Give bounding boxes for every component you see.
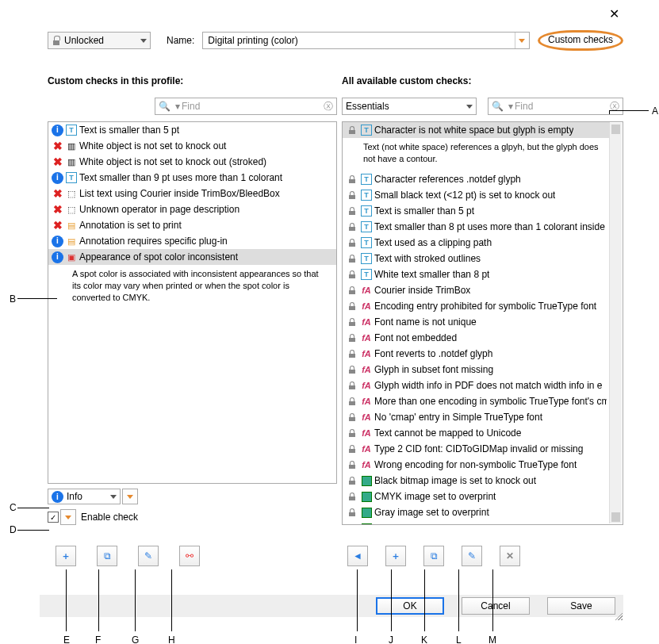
severity-options-button[interactable] <box>122 489 138 504</box>
profile-name-input[interactable]: Digital printing (color) <box>203 33 513 48</box>
severity-label: Info <box>67 491 82 502</box>
lock-icon <box>349 397 355 405</box>
list-item[interactable]: fAText cannot be mapped to Unicode <box>343 425 610 441</box>
list-item[interactable]: fAFont name is not unique <box>343 314 610 330</box>
profile-checks-list[interactable]: iTText is smaller than 5 pt✖▥White objec… <box>48 121 337 484</box>
list-item[interactable]: Resolution of bitmap images is between 0… <box>343 520 610 524</box>
duplicate-icon: ⧉ <box>104 550 111 562</box>
list-item-label: Font reverts to .notdef glyph <box>374 347 492 360</box>
list-item-label: White object is not set to knock out <box>79 140 226 152</box>
include-check-button[interactable]: ◄ <box>347 546 368 566</box>
list-item[interactable]: fAFont not embedded <box>343 330 610 346</box>
resize-grip-icon[interactable] <box>613 611 623 620</box>
list-item[interactable]: ✖⬚Unknown operator in page description <box>48 201 336 217</box>
list-item[interactable]: TText smaller than 8 pt uses more than 1… <box>343 219 610 235</box>
text-type-icon: T <box>360 269 373 281</box>
list-item[interactable]: i▤Annotation requires specific plug-in <box>48 233 336 249</box>
list-item[interactable]: ✖▤Annotation is set to print <box>48 217 336 233</box>
profile-name-dropdown[interactable] <box>515 33 529 48</box>
duplicate-available-button[interactable]: ⧉ <box>423 546 444 566</box>
callout-line <box>609 110 610 114</box>
text-type-icon: T <box>360 205 373 217</box>
severity-dropdown[interactable]: i Info <box>48 489 121 504</box>
cancel-button[interactable]: Cancel <box>462 597 530 615</box>
search-icon: 🔍 <box>492 101 504 112</box>
list-item[interactable]: TCharacter references .notdef glyph <box>343 171 610 187</box>
list-item[interactable]: fAFont reverts to .notdef glyph <box>343 346 610 362</box>
list-item[interactable]: TCharacter is not white space but glyph … <box>343 122 610 138</box>
list-item[interactable]: fANo 'cmap' entry in Simple TrueType fon… <box>343 409 610 425</box>
lock-icon <box>349 175 355 183</box>
text-type-icon: T <box>360 221 373 233</box>
enable-check-options-button[interactable] <box>60 509 76 525</box>
lock-icon <box>349 255 355 263</box>
list-item[interactable]: iTText smaller than 9 pt uses more than … <box>48 170 336 186</box>
left-panel-title: Custom checks in this profile: <box>48 75 337 86</box>
edit-check-button[interactable]: ✎ <box>138 546 159 566</box>
left-search-input[interactable]: 🔍 ▾ Find ⓧ <box>155 98 337 115</box>
list-item[interactable]: Gray image set to overprint <box>343 504 610 520</box>
list-item[interactable]: fAEncoding entry prohibited for symbolic… <box>343 298 610 314</box>
error-icon: ✖ <box>52 204 63 216</box>
list-item[interactable]: ✖▥White object is not set to knock out <box>48 138 336 154</box>
callout-line <box>391 569 392 631</box>
clear-icon[interactable]: ⓧ <box>324 100 333 113</box>
list-item[interactable]: ✖⬚List text using Courier inside TrimBox… <box>48 186 336 201</box>
list-item[interactable]: CMYK image set to overprint <box>343 489 610 504</box>
right-search-input[interactable]: 🔍 ▾ Find ⓧ <box>488 98 623 115</box>
list-item-label: Appearance of spot color inconsistent <box>79 251 238 263</box>
enable-check-checkbox[interactable]: ✓ <box>48 512 59 523</box>
custom-checks-section-button[interactable]: Custom checks <box>538 30 623 51</box>
box-type-icon: ⬚ <box>65 204 78 216</box>
list-item[interactable]: fACourier inside TrimBox <box>343 282 610 298</box>
callout-line <box>17 508 49 508</box>
text-type-icon: T <box>360 237 373 249</box>
edit-available-button[interactable]: ✎ <box>462 546 482 566</box>
list-item[interactable]: fAWrong encoding for non-symbolic TrueTy… <box>343 457 610 473</box>
list-item-label: Text used as a clipping path <box>374 236 492 249</box>
category-label: Essentials <box>346 101 389 112</box>
list-item-label: CMYK image set to overprint <box>374 490 496 503</box>
list-item-label: Courier inside TrimBox <box>374 284 470 297</box>
list-item-label: Text is smaller than 5 pt <box>79 124 179 136</box>
scroll-down-icon[interactable] <box>611 512 620 522</box>
list-item-label: Resolution of bitmap images is between 0… <box>374 522 603 524</box>
list-item[interactable]: iTText is smaller than 5 pt <box>48 122 336 138</box>
info-icon: i <box>52 172 63 184</box>
available-checks-list[interactable]: TCharacter is not white space but glyph … <box>342 121 623 525</box>
callout-e: E <box>63 634 70 644</box>
lock-icon <box>349 461 355 469</box>
list-item[interactable]: ✖▥White object is not set to knock out (… <box>48 154 336 170</box>
list-item[interactable]: TText with stroked outlines <box>343 251 610 266</box>
category-dropdown[interactable]: Essentials <box>342 98 477 115</box>
list-item[interactable]: fAType 2 CID font: CIDToGIDMap invalid o… <box>343 441 610 457</box>
list-item[interactable]: TWhite text smaller than 8 pt <box>343 266 610 282</box>
list-item[interactable]: fAGlyph in subset font missing <box>343 362 610 378</box>
add-check-button[interactable]: ＋ <box>56 546 76 566</box>
list-item[interactable]: fAGlyph width info in PDF does not match… <box>343 378 610 393</box>
lock-state-dropdown[interactable]: Unlocked <box>48 32 151 49</box>
scroll-up-icon[interactable] <box>611 125 620 134</box>
chevron-down-icon <box>519 39 525 43</box>
close-icon[interactable]: ✕ <box>609 6 619 21</box>
list-item[interactable]: TSmall black text (<12 pt) is set to kno… <box>343 187 610 203</box>
list-item[interactable]: TText is smaller than 5 pt <box>343 203 610 219</box>
lock-icon <box>349 350 355 358</box>
list-item[interactable]: Black bitmap image is set to knock out <box>343 473 610 489</box>
list-item[interactable]: i▣Appearance of spot color inconsistent <box>48 249 336 265</box>
list-item[interactable]: fAMore than one encoding in symbolic Tru… <box>343 393 610 409</box>
save-button[interactable]: Save <box>547 597 615 615</box>
list-item-label: Annotation is set to print <box>79 219 182 232</box>
enable-check-label: Enable check <box>81 512 138 523</box>
unlink-check-button[interactable]: ⚯ <box>179 546 200 566</box>
list-item[interactable]: TText used as a clipping path <box>343 235 610 251</box>
font-type-icon: fA <box>360 332 373 344</box>
callout-a: A <box>652 105 658 117</box>
scrollbar[interactable] <box>609 123 622 523</box>
font-type-icon: fA <box>360 301 373 312</box>
list-item-label: Glyph in subset font missing <box>374 363 493 376</box>
new-check-button[interactable]: ＋ <box>385 546 406 566</box>
delete-check-button[interactable]: ✕ <box>500 546 520 566</box>
duplicate-check-button[interactable]: ⧉ <box>97 546 117 566</box>
ok-button[interactable]: OK <box>376 597 444 615</box>
